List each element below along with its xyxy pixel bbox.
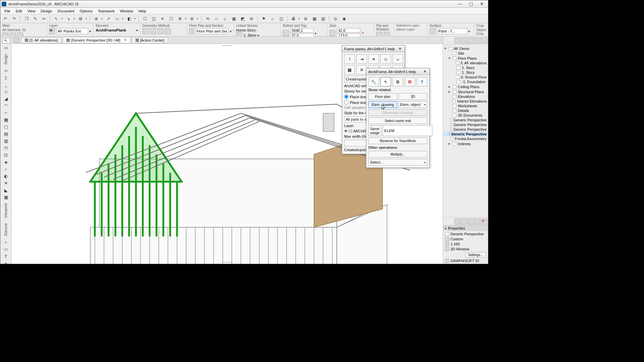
geom-icon4[interactable] bbox=[165, 28, 171, 34]
tree-item[interactable]: ▾AF Demo bbox=[444, 46, 487, 51]
fp-grid-4[interactable]: ◇ bbox=[380, 54, 391, 64]
fp-grid-7[interactable]: ✕ bbox=[356, 65, 367, 74]
area-button[interactable]: ▱ bbox=[213, 15, 220, 22]
fp-grid-2[interactable]: ⇥ bbox=[356, 54, 367, 64]
tree-item[interactable]: Generic Perspective bbox=[444, 127, 487, 132]
nav-b1[interactable] bbox=[454, 219, 461, 225]
af-select-btn[interactable]: Select...▸ bbox=[368, 159, 427, 166]
af-select-same-btn[interactable]: Select same mat bbox=[368, 117, 427, 124]
ref4-button[interactable]: ☐ bbox=[167, 15, 175, 22]
print-button[interactable]: 🖶 bbox=[290, 15, 297, 22]
ref2-button[interactable]: ◫ bbox=[150, 15, 157, 22]
tab-perspective[interactable]: [Generic Perspective [3D / All] ✕ bbox=[63, 37, 130, 43]
nav-btn3[interactable] bbox=[468, 38, 474, 44]
af-floorplan-btn[interactable]: Floor plan bbox=[368, 93, 397, 100]
layer-select[interactable] bbox=[56, 28, 88, 34]
menu-view[interactable]: View bbox=[25, 8, 38, 14]
af-same-usage-btn[interactable]: Same usage bbox=[368, 125, 381, 136]
tree-item[interactable]: Generic Perspective bbox=[444, 132, 487, 136]
nav-btn4[interactable] bbox=[475, 38, 481, 44]
minimize-button[interactable]: — bbox=[455, 1, 465, 7]
menu-help[interactable]: Help bbox=[136, 8, 149, 14]
layout-button[interactable]: ▦ bbox=[311, 15, 318, 22]
expand-icon[interactable]: ▸ bbox=[448, 84, 451, 89]
fp-grid-1[interactable]: ⟟ bbox=[344, 54, 355, 64]
tab-action-center[interactable]: [Action Center] bbox=[132, 37, 168, 43]
fp-radio1[interactable] bbox=[344, 95, 348, 99]
arrow-tool[interactable]: ↖ bbox=[2, 38, 10, 44]
fp-grid-3[interactable]: ≡ bbox=[368, 54, 379, 64]
tree-item[interactable]: -1. Foundation bbox=[444, 79, 487, 84]
nav-b4[interactable] bbox=[475, 219, 481, 225]
tree-item[interactable]: Site bbox=[444, 51, 487, 56]
tree-item[interactable]: Interior Elevations bbox=[444, 99, 487, 104]
beam-tool[interactable]: ⎯ bbox=[2, 82, 10, 87]
measure-button[interactable]: ⟲ bbox=[204, 15, 211, 22]
menu-edit[interactable]: Edit bbox=[13, 8, 25, 14]
geom-icon2[interactable] bbox=[150, 28, 156, 34]
object-tool[interactable]: ▢ bbox=[2, 124, 10, 130]
export-button[interactable]: ⧉ bbox=[302, 15, 309, 22]
undo-button[interactable]: ↶ bbox=[2, 15, 9, 22]
publish-button[interactable]: ▤ bbox=[319, 15, 327, 22]
window-tool[interactable]: ⊡ bbox=[2, 152, 10, 158]
globe-button[interactable]: ⊕ bbox=[188, 15, 196, 22]
ellipse-tool[interactable]: ⬭ bbox=[2, 246, 10, 252]
af-3d-btn[interactable]: 3D bbox=[398, 93, 427, 100]
layers-button[interactable]: ◫ bbox=[277, 15, 285, 22]
marquee-tool[interactable]: ▭ bbox=[2, 45, 10, 51]
bt-top-input[interactable] bbox=[290, 28, 314, 33]
grid2-tool[interactable]: ▦ bbox=[2, 194, 10, 200]
tree-item[interactable]: Details bbox=[444, 108, 487, 113]
section-button[interactable]: ▦ bbox=[230, 15, 237, 22]
morph-tool[interactable]: ◐ bbox=[2, 173, 10, 179]
nav-btn2[interactable] bbox=[461, 38, 467, 44]
af-elem-object-btn[interactable]: Elem. object▾ bbox=[398, 101, 427, 108]
ref3-button[interactable]: ✕ bbox=[159, 15, 166, 22]
mesh-tool[interactable]: ▦ bbox=[2, 117, 10, 123]
corner-tool[interactable]: ◣ bbox=[2, 187, 10, 193]
door-tool[interactable]: ⊓ bbox=[2, 145, 10, 151]
ref-button[interactable]: ☐ bbox=[141, 15, 149, 22]
curtain-tool[interactable]: ▥ bbox=[2, 138, 10, 144]
close-button[interactable]: ✕ bbox=[477, 1, 487, 7]
tab-elevations[interactable]: [3. AF elevations] bbox=[21, 37, 61, 43]
wall-tool[interactable]: ▱ bbox=[2, 68, 10, 73]
surface-select[interactable] bbox=[437, 28, 467, 34]
expand-icon[interactable]: ▸ bbox=[448, 89, 451, 94]
render-button[interactable]: ◉ bbox=[340, 15, 348, 22]
nav-btn1[interactable] bbox=[454, 38, 461, 44]
menu-teamwork[interactable]: Teamwork bbox=[95, 8, 117, 14]
navigator-tree[interactable]: ▾AF DemoSite▾Floor Plans3. AF elevations… bbox=[443, 45, 488, 217]
menu-file[interactable]: File bbox=[2, 8, 13, 14]
size-a-input[interactable] bbox=[337, 28, 360, 33]
fp-radio2[interactable] bbox=[344, 100, 348, 105]
af-elem-drawing-btn[interactable]: Elem. drawing bbox=[368, 101, 397, 108]
misc-tool[interactable]: ∗ bbox=[2, 261, 10, 264]
af-tool-help[interactable]: ? bbox=[417, 77, 427, 86]
menu-design[interactable]: Design bbox=[38, 8, 55, 14]
tree-item[interactable]: ▸Indexes bbox=[444, 141, 487, 146]
camera-button[interactable]: ◎ bbox=[332, 15, 339, 22]
cursor-mode-button[interactable]: ↖ bbox=[53, 15, 60, 22]
grid-button[interactable]: ⊕ bbox=[93, 15, 100, 22]
tab-close-icon[interactable]: ✕ bbox=[124, 38, 127, 42]
roof-tool[interactable]: ◢ bbox=[2, 96, 10, 102]
af-multiply-btn[interactable]: Multiply... bbox=[368, 151, 427, 158]
highlight-button[interactable]: ✏ bbox=[40, 15, 48, 22]
fp-grid-5[interactable]: ⟗ bbox=[392, 54, 403, 64]
section-select[interactable] bbox=[195, 28, 229, 34]
tree-item[interactable]: ▸Ceiling Plans bbox=[444, 84, 487, 89]
pick-button[interactable]: ❐ bbox=[23, 15, 30, 22]
eyedropper-button[interactable]: ✎ bbox=[32, 15, 39, 22]
skylight-tool[interactable]: ◈ bbox=[2, 159, 10, 165]
tree-item[interactable]: ▸Structural Plans bbox=[444, 89, 487, 94]
tree-item[interactable]: ▾Floor Plans bbox=[444, 56, 487, 61]
link-button[interactable]: ⧉ bbox=[248, 15, 255, 22]
tree-item[interactable]: 3D Documents bbox=[444, 113, 487, 118]
tree-item[interactable]: Generic Perspective bbox=[444, 122, 487, 127]
menu-document[interactable]: Document bbox=[55, 8, 77, 14]
clip-button[interactable]: ◩ bbox=[239, 15, 246, 22]
af-tool-r[interactable]: R bbox=[405, 77, 415, 86]
af-reserve-btn[interactable]: Reserve for TeamWork bbox=[368, 137, 427, 144]
